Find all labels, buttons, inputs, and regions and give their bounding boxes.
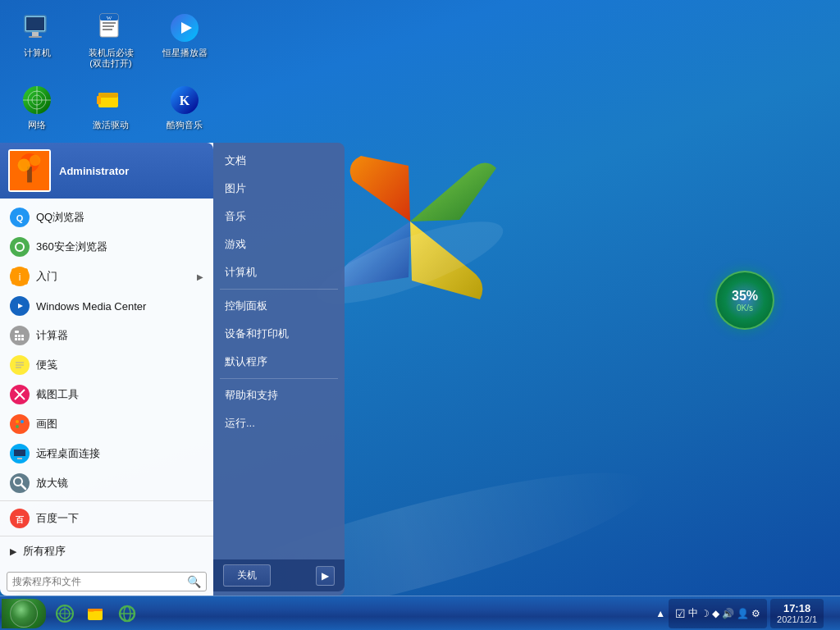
desktop-icon-activate[interactable]: 激活驱动 — [82, 80, 139, 134]
computer-icon-label: 计算机 — [24, 48, 51, 58]
clock-area[interactable]: 17:18 2021/12/1 — [770, 599, 824, 628]
documents-label: 文档 — [225, 153, 246, 168]
tray-lang-icon[interactable]: 中 — [688, 606, 698, 620]
menu-item-magnifier[interactable]: 放大镜 — [0, 468, 213, 498]
svg-rect-3 — [32, 32, 39, 36]
all-programs-arrow: ▶ — [10, 546, 16, 557]
system-tray: ☑ 中 ☽ ◆ 🔊 👤 ⚙ — [669, 599, 767, 628]
shutdown-arrow-button[interactable]: ▶ — [316, 566, 335, 586]
desktop-icon-kugou[interactable]: K 酷狗音乐 — [156, 80, 213, 134]
network-percent: 35% — [732, 289, 758, 304]
menu-item-qq-browser[interactable]: Q QQ浏览器 — [0, 203, 213, 232]
start-menu-right-panel: 文档 图片 音乐 游戏 计算机 控制面板 设备和打印机 默认程序 — [213, 143, 345, 596]
devices-label: 设备和打印机 — [225, 326, 289, 341]
svg-point-27 — [30, 155, 40, 166]
svg-point-26 — [18, 159, 30, 171]
shutdown-button[interactable]: 关机 — [223, 564, 271, 587]
paint-icon — [10, 414, 30, 434]
all-programs-label: 所有程序 — [23, 544, 66, 559]
control-panel-label: 控制面板 — [225, 299, 267, 313]
activate-icon-img — [94, 84, 127, 116]
snip-icon — [10, 385, 30, 404]
magnifier-label: 放大镜 — [36, 476, 68, 491]
svg-text:i: i — [19, 272, 21, 283]
hengxing-icon-label: 恒星播放器 — [162, 48, 208, 58]
menu-item-sticky[interactable]: 便笺 — [0, 350, 213, 380]
svg-text:百: 百 — [16, 515, 25, 524]
svg-text:Q: Q — [16, 213, 24, 223]
icon-row-2: 网络 激活驱动 K — [8, 80, 213, 134]
start-menu-left-panel: Administrator Q QQ浏览器 — [0, 143, 213, 596]
tray-moon-icon[interactable]: ☽ — [701, 608, 710, 619]
search-button[interactable]: 🔍 — [187, 575, 201, 588]
svg-rect-41 — [15, 338, 17, 340]
paint-label: 画图 — [36, 417, 57, 431]
right-item-control-panel[interactable]: 控制面板 — [213, 292, 345, 320]
start-button[interactable] — [2, 599, 46, 628]
taskbar-icon-explorer[interactable] — [81, 599, 111, 628]
search-input[interactable] — [12, 576, 183, 587]
svg-rect-7 — [103, 22, 116, 24]
menu-item-360-browser[interactable]: 360安全浏览器 — [0, 232, 213, 262]
desktop-icon-computer[interactable]: 计算机 — [8, 8, 66, 72]
svg-rect-43 — [21, 338, 24, 340]
right-item-pictures[interactable]: 图片 — [213, 175, 345, 203]
intro-arrow: ▶ — [197, 272, 203, 281]
network-icon-label: 网络 — [28, 120, 46, 130]
menu-item-snip[interactable]: 截图工具 — [0, 380, 213, 409]
clock-date: 2021/12/1 — [777, 614, 817, 624]
menu-item-baidu[interactable]: 百 百度一下 — [0, 504, 213, 533]
tray-network-icon[interactable]: 👤 — [737, 608, 749, 619]
right-item-music[interactable]: 音乐 — [213, 203, 345, 231]
taskbar-icon-network[interactable] — [50, 599, 80, 628]
desktop-icon-network[interactable]: 网络 — [8, 80, 66, 134]
right-item-computer[interactable]: 计算机 — [213, 258, 345, 286]
svg-rect-56 — [14, 450, 25, 456]
desktop-icons-area: 计算机 W 装机后必读(双击打开) — [8, 8, 213, 143]
svg-rect-19 — [98, 93, 118, 98]
taskbar-icon-ie[interactable] — [112, 599, 142, 628]
start-menu-user-area: Administrator — [0, 143, 213, 199]
tray-gear-icon[interactable]: ⚙ — [751, 608, 760, 619]
svg-point-52 — [16, 420, 19, 423]
tray-signal-icon[interactable]: ◆ — [712, 608, 719, 619]
tray-volume-icon[interactable]: 🔊 — [722, 608, 734, 619]
start-menu-search[interactable]: 🔍 — [7, 572, 207, 591]
menu-item-intro[interactable]: i 入门 ▶ — [0, 262, 213, 291]
360-browser-label: 360安全浏览器 — [36, 240, 107, 254]
computer-icon-img — [21, 11, 53, 44]
right-item-help[interactable]: 帮助和支持 — [213, 381, 345, 409]
menu-item-paint[interactable]: 画图 — [0, 409, 213, 439]
right-item-default-programs[interactable]: 默认程序 — [213, 348, 345, 376]
tray-check-icon[interactable]: ☑ — [675, 607, 686, 620]
tray-expand-icon[interactable]: ▲ — [655, 608, 665, 619]
right-item-documents[interactable]: 文档 — [213, 147, 345, 175]
svg-rect-37 — [15, 331, 19, 333]
run-label: 运行... — [225, 416, 255, 431]
svg-rect-9 — [103, 29, 112, 30]
network-speed: 0K/s — [737, 304, 753, 313]
user-avatar[interactable] — [8, 149, 51, 192]
start-orb — [10, 600, 38, 628]
svg-rect-8 — [103, 25, 114, 27]
icon-row-1: 计算机 W 装机后必读(双击打开) — [8, 8, 213, 72]
right-item-games[interactable]: 游戏 — [213, 231, 345, 258]
taskbar-items — [46, 599, 655, 628]
calculator-label: 计算器 — [36, 328, 68, 343]
media-center-label: Windows Media Center — [36, 300, 146, 313]
menu-item-calculator[interactable]: 计算器 — [0, 321, 213, 350]
menu-item-rdp[interactable]: 远程桌面连接 — [0, 439, 213, 468]
menu-item-media-center[interactable]: Windows Media Center — [0, 291, 213, 321]
right-item-devices[interactable]: 设备和打印机 — [213, 320, 345, 348]
desktop-icon-postinstall[interactable]: W 装机后必读(双击打开) — [82, 8, 139, 72]
desktop-icon-hengxing[interactable]: 恒星播放器 — [156, 8, 213, 72]
default-programs-label: 默认程序 — [225, 354, 267, 369]
svg-rect-2 — [26, 17, 44, 30]
qq-browser-label: QQ浏览器 — [36, 210, 84, 225]
intro-label: 入门 — [36, 269, 57, 284]
menu-item-all-programs[interactable]: ▶ 所有程序 — [0, 539, 213, 564]
svg-rect-39 — [18, 335, 21, 337]
right-item-run[interactable]: 运行... — [213, 409, 345, 437]
postinstall-icon-img: W — [94, 11, 127, 44]
svg-point-54 — [16, 425, 19, 428]
